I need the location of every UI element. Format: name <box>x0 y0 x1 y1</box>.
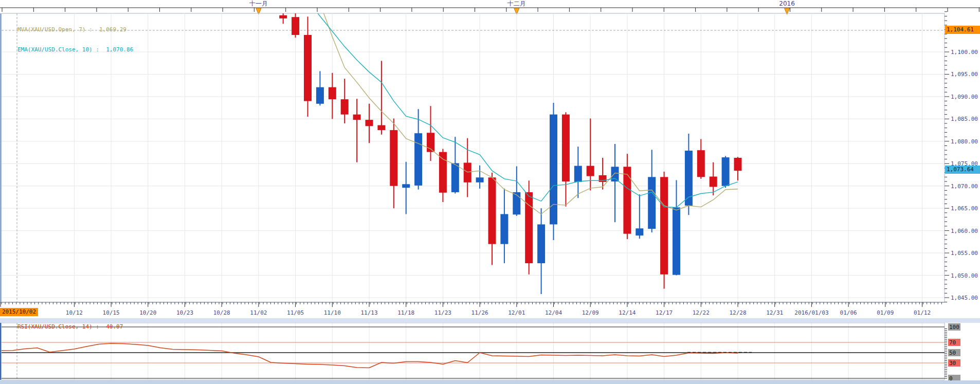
panel-divider[interactable] <box>0 318 980 323</box>
candle-body <box>722 157 730 186</box>
candle-body <box>476 177 484 182</box>
date-axis-label: 01/06 <box>840 309 857 316</box>
rsi-axis-label: 100 <box>949 324 959 331</box>
candle-body <box>439 152 447 193</box>
candle-body <box>611 167 619 181</box>
candle-body <box>550 115 557 225</box>
ema-line <box>283 0 738 207</box>
price-axis-label: 1,070.00 <box>951 183 978 190</box>
candle-body <box>648 177 656 229</box>
mva-line <box>283 0 738 214</box>
candle-body <box>414 133 422 186</box>
candle-body <box>451 163 459 192</box>
price-axis-label: 1,095.00 <box>951 71 978 78</box>
date-axis-label: 10/12 <box>66 309 83 316</box>
rsi-axis-label: 30 <box>949 360 956 367</box>
rsi-panel-left-edge <box>0 323 2 380</box>
date-axis-label: 11/18 <box>397 309 414 316</box>
date-axis-label: 2016/01/03 <box>794 309 828 316</box>
candle-body <box>316 87 324 104</box>
date-axis-label: 10/28 <box>213 309 230 316</box>
candle-body <box>341 99 349 115</box>
date-axis-label: 11/05 <box>287 309 304 316</box>
candle-body <box>513 192 520 214</box>
candle-body <box>587 166 594 176</box>
date-axis-label: 12/28 <box>729 309 746 316</box>
date-axis-label: 12/01 <box>508 309 525 316</box>
candle-body <box>464 163 471 182</box>
date-axis-label: 12/31 <box>766 309 783 316</box>
date-axis-label: 12/17 <box>656 309 673 316</box>
candle-body <box>329 87 336 99</box>
price-axis-label: 1,060.00 <box>951 228 978 234</box>
candle-body <box>734 158 742 171</box>
date-axis-label: 12/04 <box>545 309 562 316</box>
price-axis-label: 1,065.00 <box>951 205 978 212</box>
candle-body <box>660 177 668 274</box>
candlestick-series[interactable] <box>279 13 741 295</box>
candle-body <box>636 228 643 235</box>
candle-body <box>673 207 680 275</box>
candle-body <box>537 224 545 263</box>
candle-body <box>366 120 373 126</box>
rsi-axis-label: 70 <box>949 339 956 346</box>
date-axis-label: 12/09 <box>582 309 599 316</box>
date-axis-label: 11/02 <box>250 309 267 316</box>
candle-body <box>353 115 361 120</box>
candle-body <box>500 214 508 244</box>
date-axis-label: 11/13 <box>360 309 377 316</box>
price-chart-canvas[interactable]: 十一月十二月20161,100.001,095.001,090.001,085.… <box>0 0 980 384</box>
month-label: 十一月 <box>249 0 268 7</box>
date-axis-label: 11/23 <box>434 309 451 316</box>
candle-body <box>377 125 385 131</box>
date-axis-label: 11/10 <box>324 309 341 316</box>
date-axis-label: 11/26 <box>471 309 488 316</box>
price-axis-label: 1,080.00 <box>951 138 978 145</box>
date-axis-label: 10/20 <box>139 309 156 316</box>
price-axis-label: 1,045.00 <box>951 295 978 301</box>
candle-body <box>574 166 582 182</box>
price-axis-label: 1,085.00 <box>951 116 978 122</box>
candle-body <box>488 177 496 244</box>
price-axis-label: 1,090.00 <box>951 94 978 100</box>
candle-body <box>562 115 570 181</box>
price-axis-label: 1,100.00 <box>951 49 978 56</box>
candle-body <box>623 167 631 233</box>
date-axis-label: 10/15 <box>103 309 120 316</box>
candle-body <box>710 176 717 187</box>
date-axis-label: 01/09 <box>877 309 894 316</box>
date-axis-label: 01/12 <box>914 309 931 316</box>
bottom-scroll-strip[interactable] <box>0 380 980 384</box>
candle-body <box>304 35 312 101</box>
month-label: 十二月 <box>507 0 526 7</box>
price-axis-label: 1,055.00 <box>951 250 978 257</box>
candle-body <box>402 184 410 188</box>
date-axis-label: 12/14 <box>619 309 636 316</box>
date-axis-label: 12/22 <box>693 309 710 316</box>
candle-body <box>390 130 397 186</box>
rsi-axis-label: 50 <box>949 350 956 356</box>
date-axis-label: 10/23 <box>176 309 193 316</box>
price-axis-label: 1,075.00 <box>951 160 978 167</box>
candle-body <box>697 150 705 177</box>
candle-body <box>279 15 287 19</box>
month-label: 2016 <box>779 0 795 7</box>
charting-window: 十一月十二月20161,100.001,095.001,090.001,085.… <box>0 0 980 384</box>
price-axis-label: 1,050.00 <box>951 272 978 279</box>
candle-body <box>292 17 299 35</box>
